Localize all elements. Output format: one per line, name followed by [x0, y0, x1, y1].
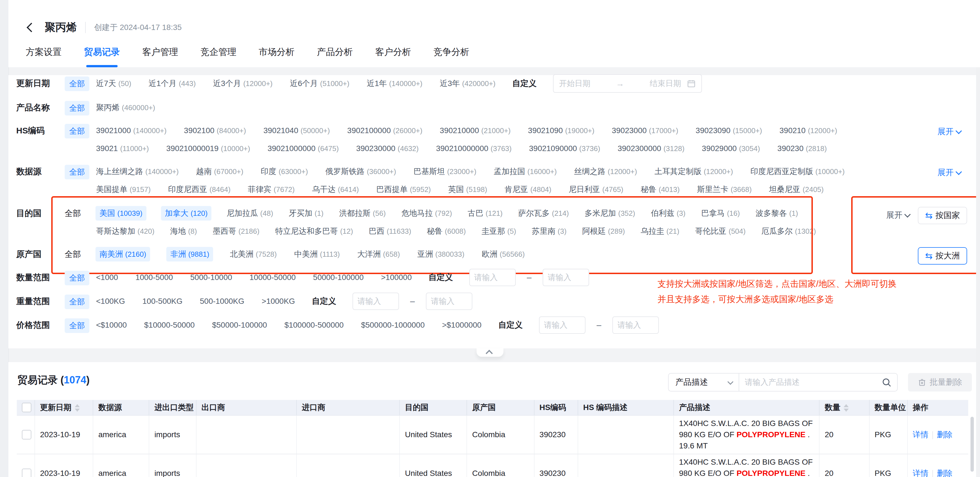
filter-option[interactable]: 乌拉圭(21)	[640, 224, 680, 238]
filter-option[interactable]: 近3个月(12000+)	[213, 76, 273, 91]
filter-option[interactable]: 英国(5198)	[448, 182, 488, 197]
filter-all-option[interactable]: 全部	[65, 204, 81, 222]
search-field-select[interactable]: 产品描述	[669, 373, 739, 391]
custom-range-button[interactable]: 自定义	[512, 78, 537, 89]
filter-option[interactable]: 近1个月(443)	[148, 76, 196, 91]
hs-expand-link[interactable]: 展开	[937, 126, 961, 137]
switch-by-continent-button[interactable]: ⇆ 按大洲	[918, 247, 967, 265]
filter-option[interactable]: 印度尼西亚(8464)	[167, 182, 231, 197]
custom-range-button[interactable]: 自定义	[312, 296, 336, 307]
filter-option[interactable]: 土耳其定制版(12000+)	[654, 164, 733, 179]
filter-all-chip[interactable]: 全部	[65, 271, 89, 285]
filter-option[interactable]: 圭亚那(5)	[481, 224, 517, 238]
table-scrollbar-thumb[interactable]	[970, 417, 974, 472]
filter-option[interactable]: 欧洲(56566)	[481, 247, 525, 262]
filter-option[interactable]: 北美洲(7528)	[229, 247, 277, 262]
weight-min-input[interactable]	[353, 293, 399, 310]
filter-option[interactable]: 斯里兰卡(3668)	[696, 182, 752, 197]
filter-option[interactable]: 近6个月(51000+)	[290, 76, 350, 91]
filter-option[interactable]: <1000	[95, 271, 119, 284]
destination-expand-link[interactable]: 展开	[886, 210, 910, 221]
filter-option[interactable]: 苏里南(3)	[531, 224, 567, 238]
filter-option[interactable]: 390210000(21000+)	[439, 124, 511, 137]
filter-option[interactable]: 390210000019(10000+)	[166, 142, 251, 155]
filter-option[interactable]: 海上丝绸之路(140000+)	[95, 164, 179, 179]
filter-option[interactable]: $500000-1000000	[360, 319, 425, 332]
filter-option[interactable]: 牙买加(1)	[288, 206, 324, 220]
filter-option[interactable]: $50000-100000	[212, 319, 267, 332]
nav-tab[interactable]: 产品分析	[317, 44, 353, 60]
filter-option[interactable]: 危地马拉(792)	[401, 206, 453, 220]
filter-option[interactable]: 100-500KG	[142, 295, 183, 308]
filter-option[interactable]: 美国(10039)	[95, 206, 146, 220]
filter-option[interactable]: 丝绸之路(12000+)	[573, 164, 638, 179]
filter-option[interactable]: 越南(67000+)	[196, 164, 244, 179]
nav-tab[interactable]: 市场分析	[259, 44, 294, 60]
filter-option[interactable]: 巴西提单(5952)	[376, 182, 431, 197]
price-min-input[interactable]	[539, 316, 585, 334]
switch-by-country-button[interactable]: ⇆ 按国家	[918, 207, 967, 224]
filter-option[interactable]: 3902100000(26000+)	[347, 124, 423, 137]
filter-option[interactable]: 洪都拉斯(56)	[339, 206, 386, 220]
sort-icon[interactable]	[75, 404, 80, 412]
select-all-checkbox[interactable]	[22, 403, 31, 412]
filter-option[interactable]: 39021000000(6475)	[267, 142, 339, 155]
filter-option[interactable]: 多米尼加(352)	[584, 206, 636, 220]
filter-option[interactable]: 秘鲁(4013)	[640, 182, 680, 197]
filter-option[interactable]: 孟加拉国(16000+)	[493, 164, 557, 179]
filter-option[interactable]: 390230(2818)	[777, 142, 827, 155]
filter-option[interactable]: 印度尼西亚定制版(10000+)	[750, 164, 845, 179]
filter-option[interactable]: 萨尔瓦多(214)	[518, 206, 570, 220]
filter-option[interactable]: 10000-50000	[249, 271, 296, 284]
custom-range-button[interactable]: 自定义	[498, 319, 523, 331]
filter-all-chip[interactable]: 全部	[65, 77, 89, 91]
filter-option[interactable]: 39021000(140000+)	[95, 124, 167, 137]
filter-option[interactable]: 390230000(4632)	[356, 142, 419, 155]
filter-option[interactable]: 大洋洲(658)	[357, 247, 401, 262]
nav-tab[interactable]: 竞争分析	[433, 44, 469, 60]
filter-option[interactable]: 哥斯达黎加(420)	[95, 224, 155, 238]
price-max-input[interactable]	[612, 316, 659, 334]
filter-option[interactable]: 5000-10000	[190, 271, 233, 284]
quantity-min-input[interactable]	[469, 269, 516, 286]
filter-option[interactable]: 加拿大(120)	[161, 206, 212, 220]
delete-link[interactable]: 删除	[937, 430, 953, 439]
filter-option[interactable]: 3902100(84000+)	[183, 124, 247, 137]
filter-option[interactable]: >$1000000	[442, 319, 482, 332]
filter-all-chip[interactable]: 全部	[65, 318, 89, 333]
custom-range-button[interactable]: 自定义	[429, 272, 453, 283]
filter-all-chip[interactable]: 全部	[65, 124, 89, 139]
filter-option[interactable]: 乌干达(6414)	[311, 182, 359, 197]
filter-option[interactable]: 50000-100000	[312, 271, 364, 284]
filter-option[interactable]: 美国提单(9157)	[95, 182, 151, 197]
filter-option[interactable]: 近7天(50)	[95, 76, 132, 91]
filter-option[interactable]: 尼日利亚(4765)	[568, 182, 624, 197]
nav-tab[interactable]: 客户管理	[142, 44, 178, 60]
filter-option[interactable]: 南美洲(2160)	[95, 247, 150, 262]
filter-option[interactable]: 39021090(19000+)	[528, 124, 595, 137]
delete-link[interactable]: 删除	[937, 469, 953, 477]
nav-tab[interactable]: 方案设置	[26, 44, 62, 60]
row-checkbox[interactable]	[22, 430, 31, 439]
filter-option[interactable]: 39021090000(3736)	[528, 142, 601, 155]
filter-option[interactable]: 非洲(9881)	[166, 247, 213, 262]
filter-option[interactable]: 印度(63000+)	[260, 164, 309, 179]
filter-option[interactable]: >100000	[380, 271, 412, 284]
detail-link[interactable]: 详情	[913, 469, 929, 477]
bulk-delete-button[interactable]: 批量删除	[908, 373, 972, 391]
source-expand-link[interactable]: 展开	[937, 167, 961, 178]
filter-option[interactable]: 尼加拉瓜(48)	[226, 206, 274, 220]
filter-option[interactable]: 特立尼达和多巴哥(12)	[275, 224, 354, 238]
filter-option[interactable]: <$10000	[95, 319, 127, 332]
filter-option[interactable]: 墨西哥(2186)	[212, 224, 260, 238]
filter-option[interactable]: 巴西(11633)	[368, 224, 412, 238]
filter-option[interactable]: 390210000000(3763)	[435, 142, 512, 155]
filter-option[interactable]: 厄瓜多尔(1302)	[761, 224, 816, 238]
filter-option[interactable]: 1000-5000	[135, 271, 173, 284]
collapse-filter-button[interactable]	[477, 348, 503, 357]
filter-option[interactable]: 俄罗斯铁路(36000+)	[325, 164, 397, 179]
filter-option[interactable]: 近1年(140000+)	[366, 76, 423, 91]
filter-option[interactable]: 500-1000KG	[199, 295, 245, 308]
filter-option[interactable]: 秘鲁(6008)	[426, 224, 466, 238]
filter-option[interactable]: 肯尼亚(4804)	[504, 182, 552, 197]
